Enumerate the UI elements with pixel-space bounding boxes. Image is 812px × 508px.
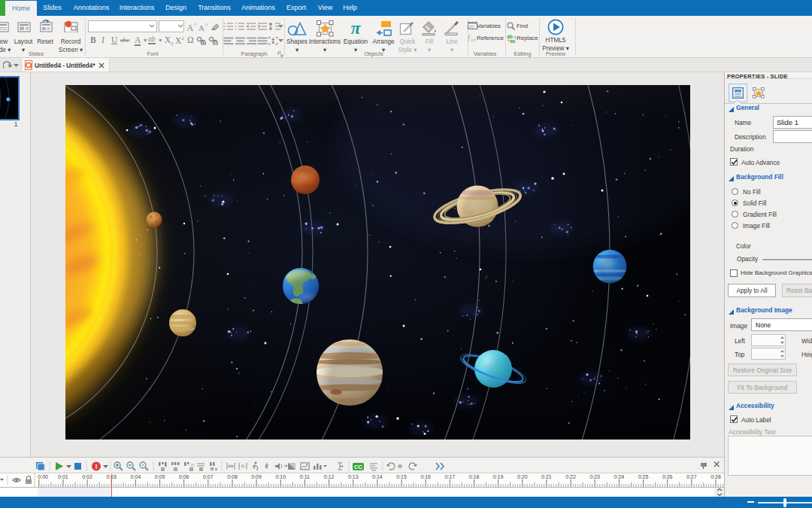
svg-text:0:19: 0:19: [493, 474, 504, 479]
svg-text:0:02: 0:02: [82, 474, 92, 479]
svg-text:0:12: 0:12: [324, 474, 335, 479]
svg-text:ac: ac: [511, 38, 517, 44]
svg-text:0:17: 0:17: [444, 474, 455, 479]
svg-text:0:25: 0:25: [638, 474, 649, 479]
svg-text:0:27: 0:27: [686, 474, 697, 479]
svg-text:0:18: 0:18: [469, 474, 480, 479]
svg-text:0:23: 0:23: [589, 474, 600, 479]
svg-text:0:15: 0:15: [396, 474, 407, 479]
svg-text:0:11: 0:11: [300, 474, 310, 479]
svg-text:0:24: 0:24: [614, 474, 625, 479]
svg-text:(x): (x): [469, 24, 474, 29]
svg-text:0:07: 0:07: [203, 474, 214, 479]
svg-text:0:10: 0:10: [275, 474, 286, 479]
svg-text:0:21: 0:21: [541, 474, 552, 479]
svg-text:16: 16: [190, 463, 195, 467]
svg-text:!: !: [95, 463, 98, 470]
svg-text:0:06: 0:06: [179, 474, 189, 479]
svg-text:0:05: 0:05: [155, 474, 165, 479]
svg-text:0:20: 0:20: [517, 474, 528, 479]
svg-text:0:00: 0:00: [38, 474, 48, 479]
svg-text:0:28: 0:28: [710, 474, 721, 479]
svg-text:0:09: 0:09: [251, 474, 262, 479]
svg-text:0:01: 0:01: [58, 474, 68, 479]
svg-text:0:22: 0:22: [565, 474, 576, 479]
svg-text:0:26: 0:26: [662, 474, 673, 479]
svg-text:0:16: 0:16: [420, 474, 431, 479]
svg-text:0:13: 0:13: [348, 474, 359, 479]
svg-text:0:08: 0:08: [227, 474, 238, 479]
svg-text:(x): (x): [471, 38, 476, 42]
svg-text:0:14: 0:14: [372, 474, 383, 479]
svg-text:CC: CC: [354, 464, 362, 470]
svg-text:0:04: 0:04: [131, 474, 141, 479]
